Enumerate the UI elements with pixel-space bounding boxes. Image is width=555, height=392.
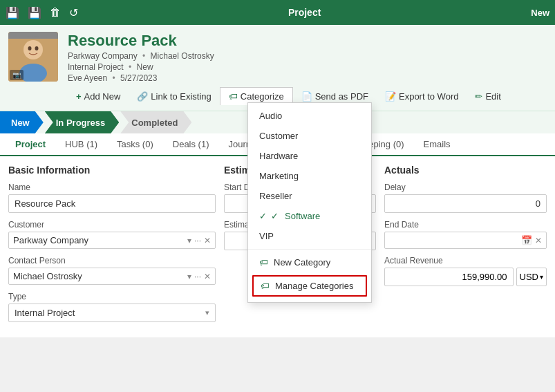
revenue-label: Actual Revenue [384, 256, 547, 265]
dropdown-item-audio[interactable]: Audio [248, 106, 371, 126]
categorize-label: Categorize [241, 91, 284, 102]
manage-categories-label: Manage Categories [275, 281, 353, 291]
vip-label: VIP [259, 231, 274, 241]
tab-emails[interactable]: Emails [414, 133, 460, 156]
currency-arrow-icon: ▾ [540, 273, 543, 281]
status-in-progress-label: In Progress [56, 118, 106, 128]
dropdown-item-reseller[interactable]: Reseller [248, 186, 371, 206]
export-word-label: Export to Word [399, 91, 458, 102]
header-project-line: Internal Project • New [68, 62, 547, 72]
actuals-section: Actuals Delay End Date 📅 ✕ Actual Revenu… [384, 165, 547, 329]
dropdown-item-vip[interactable]: VIP [248, 226, 371, 246]
dropdown-item-new-category[interactable]: 🏷 New Category [248, 252, 371, 272]
status-step-new[interactable]: New [0, 111, 44, 133]
contact2: Eve Ayeen [68, 73, 107, 83]
header-company-line: Parkway Company • Michael Ostrosky [68, 51, 547, 61]
check-icon: ✓ [271, 211, 281, 221]
manage-categories-icon: 🏷 [261, 281, 270, 291]
tab-tasks[interactable]: Tasks (0) [107, 133, 163, 156]
tab-project[interactable]: Project [6, 133, 55, 156]
software-label: Software [285, 211, 320, 221]
name-input[interactable] [8, 194, 216, 213]
delete-icon[interactable]: 🗑 [50, 6, 61, 19]
header-info: Resource Pack Parkway Company • Michael … [68, 32, 547, 105]
delay-label: Delay [384, 183, 547, 192]
status-step-in-progress[interactable]: In Progress [45, 111, 120, 133]
status-completed-label: Completed [131, 118, 178, 128]
currency-select[interactable]: USD ▾ [516, 268, 547, 286]
customer-label: Customer [8, 220, 216, 230]
refresh-icon[interactable]: ↺ [69, 6, 78, 19]
end-date-clear-icon[interactable]: ✕ [535, 236, 542, 245]
export-word-button[interactable]: 📝 Export to Word [377, 88, 467, 105]
send-pdf-label: Send as PDF [315, 91, 368, 102]
record-title: Resource Pack [68, 32, 547, 50]
new-category-icon: 🏷 [259, 257, 268, 268]
audio-label: Audio [259, 111, 282, 121]
tab-deals[interactable]: Deals (1) [163, 133, 219, 156]
contact-label: Contact Person [8, 256, 216, 265]
dropdown-item-hardware[interactable]: Hardware [248, 146, 371, 166]
currency-value: USD [520, 272, 538, 282]
svg-point-4 [28, 46, 32, 50]
contact-dropdown-icon[interactable]: ▾ [187, 272, 191, 281]
dropdown-item-customer[interactable]: Customer [248, 126, 371, 146]
customer-more-icon[interactable]: ··· [194, 236, 201, 245]
type-arrow-icon: ▾ [205, 308, 209, 317]
customer-value: Parkway Company [13, 235, 185, 245]
top-toolbar: 💾 💾 🗑 ↺ Project New [0, 0, 555, 25]
word-icon: 📝 [385, 91, 396, 102]
add-new-button[interactable]: + Add New [68, 88, 129, 105]
customer-clear-icon[interactable]: ✕ [204, 236, 211, 245]
edit-icon: ✏ [475, 91, 482, 102]
new-category-label: New Category [274, 257, 330, 268]
hardware-label: Hardware [259, 151, 298, 161]
tab-hub[interactable]: HUB (1) [55, 133, 107, 156]
toolbar-new-label: New [531, 8, 549, 18]
actuals-title: Actuals [384, 165, 547, 176]
contact-value: Michael Ostrosky [13, 271, 185, 281]
save2-icon[interactable]: 💾 [28, 6, 41, 19]
avatar[interactable]: 📷 [8, 32, 58, 82]
delay-input[interactable] [384, 194, 547, 213]
customer-dropdown-icon[interactable]: ▾ [187, 236, 191, 245]
categorize-dropdown: Audio Customer Hardware Marketing Resell… [247, 102, 372, 303]
type-select[interactable]: Internal Project ▾ [8, 304, 216, 322]
dropdown-divider [248, 249, 371, 250]
customer-field: Parkway Company ▾ ··· ✕ [8, 232, 216, 249]
add-new-label: Add New [84, 91, 121, 102]
type-value: Internal Project [15, 308, 205, 318]
status-new-label: New [11, 118, 30, 128]
basic-info-section: Basic Information Name Customer Parkway … [8, 165, 216, 329]
edit-button[interactable]: ✏ Edit [467, 88, 509, 105]
categorize-icon: 🏷 [229, 91, 238, 102]
dropdown-item-software[interactable]: ✓ Software [248, 206, 371, 226]
add-new-icon: + [76, 91, 82, 102]
project-status: New [137, 62, 153, 72]
calendar-icon[interactable]: 📅 [521, 235, 532, 245]
end-date-label: End Date [384, 220, 547, 230]
link-existing-label: Link to Existing [151, 91, 211, 102]
action-buttons-wrapper: + Add New 🔗 Link to Existing 🏷 Categoriz… [68, 83, 547, 105]
svg-point-3 [25, 41, 41, 58]
reseller-label: Reseller [259, 191, 292, 201]
camera-icon[interactable]: 📷 [10, 70, 23, 80]
svg-point-5 [35, 46, 39, 50]
revenue-input[interactable] [384, 268, 514, 286]
project-type: Internal Project [68, 62, 124, 72]
save-icon[interactable]: 💾 [6, 6, 19, 19]
header-area: 📷 Resource Pack Parkway Company • Michae… [0, 25, 555, 111]
status-step-completed[interactable]: Completed [120, 111, 191, 133]
contact-field: Michael Ostrosky ▾ ··· ✕ [8, 268, 216, 285]
dropdown-item-marketing[interactable]: Marketing [248, 166, 371, 186]
person-name: Michael Ostrosky [151, 51, 214, 61]
end-date-field: 📅 ✕ [384, 232, 547, 249]
basic-info-title: Basic Information [8, 165, 216, 176]
contact-more-icon[interactable]: ··· [194, 272, 201, 281]
contact-clear-icon[interactable]: ✕ [204, 272, 211, 281]
marketing-label: Marketing [259, 171, 299, 181]
dropdown-item-manage-categories[interactable]: 🏷 Manage Categories [252, 275, 367, 297]
link-icon: 🔗 [137, 91, 148, 102]
customer-label: Customer [259, 131, 298, 141]
link-existing-button[interactable]: 🔗 Link to Existing [129, 88, 219, 105]
